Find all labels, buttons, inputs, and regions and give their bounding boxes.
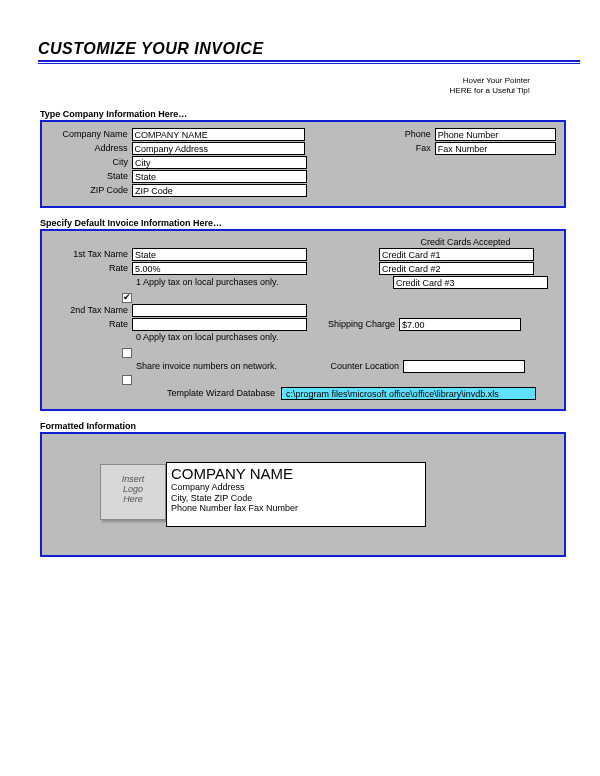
label-address: Address xyxy=(50,143,132,153)
tax2-note: 0 Apply tax on local purchases only. xyxy=(136,332,278,342)
company-card: COMPANY NAME Company Address City, State… xyxy=(166,462,426,527)
label-fax: Fax xyxy=(385,143,435,153)
db-checkbox[interactable] xyxy=(122,375,132,385)
sec2-heading: Specify Default Invoice Information Here… xyxy=(40,218,590,228)
sec3-heading: Formatted Information xyxy=(40,421,590,431)
sec1-heading: Type Company Information Here… xyxy=(40,109,590,119)
logo-text: InsertLogoHere xyxy=(122,474,145,504)
shipping-field[interactable]: $7.00 xyxy=(399,318,521,331)
card-addr: Company Address xyxy=(171,482,421,493)
label-counter: Counter Location xyxy=(311,361,403,371)
counter-field[interactable] xyxy=(403,360,525,373)
label-tax1-name: 1st Tax Name xyxy=(50,249,132,259)
tax2-rate-field[interactable] xyxy=(132,318,307,331)
label-db: Template Wizard Database xyxy=(136,388,281,398)
share-checkbox[interactable] xyxy=(122,348,132,358)
tax2-name-field[interactable] xyxy=(132,304,307,317)
label-shipping: Shipping Charge xyxy=(319,319,399,329)
tax1-rate-field[interactable]: 5.00% xyxy=(132,262,307,275)
state-field[interactable]: State xyxy=(132,170,307,183)
logo-placeholder[interactable]: InsertLogoHere xyxy=(100,464,166,520)
page-title: CUSTOMIZE YOUR INVOICE xyxy=(38,40,590,58)
card-phoneline: Phone Number fax Fax Number xyxy=(171,503,421,514)
zip-field[interactable]: ZIP Code xyxy=(132,184,307,197)
label-share: Share invoice numbers on network. xyxy=(136,361,311,371)
label-company-name: Company Name xyxy=(50,129,132,139)
label-tax1-rate: Rate xyxy=(50,263,132,273)
label-state: State xyxy=(50,171,132,181)
label-tax2-rate: Rate xyxy=(50,319,132,329)
hint-l2: HERE for a Useful Tip! xyxy=(450,86,530,95)
cc-heading: Credit Cards Accepted xyxy=(388,237,543,247)
fax-field[interactable]: Fax Number xyxy=(435,142,556,155)
title-rule xyxy=(38,60,580,64)
cc3-field[interactable]: Credit Card #3 xyxy=(393,276,548,289)
label-phone: Phone xyxy=(385,129,435,139)
company-name-field[interactable]: COMPANY NAME xyxy=(132,128,306,141)
address-field[interactable]: Company Address xyxy=(132,142,306,155)
card-name: COMPANY NAME xyxy=(171,465,421,482)
city-field[interactable]: City xyxy=(132,156,307,169)
label-tax2-name: 2nd Tax Name xyxy=(50,305,132,315)
cc1-field[interactable]: Credit Card #1 xyxy=(379,248,534,261)
company-info-panel: Company Name COMPANY NAME Phone Phone Nu… xyxy=(40,120,566,208)
db-path-field[interactable]: c:\program files\microsoft office\office… xyxy=(281,387,536,400)
hint-l1: Hover Your Pointer xyxy=(463,76,530,85)
tax2-checkbox[interactable] xyxy=(122,293,132,303)
hover-tip: Hover Your Pointer HERE for a Useful Tip… xyxy=(10,76,530,97)
label-zip: ZIP Code xyxy=(50,185,132,195)
cc2-field[interactable]: Credit Card #2 xyxy=(379,262,534,275)
invoice-defaults-panel: Credit Cards Accepted 1st Tax Name State… xyxy=(40,229,566,411)
formatted-panel: InsertLogoHere COMPANY NAME Company Addr… xyxy=(40,432,566,557)
tax1-name-field[interactable]: State xyxy=(132,248,307,261)
label-city: City xyxy=(50,157,132,167)
tax1-note: 1 Apply tax on local purchases only. xyxy=(136,277,278,287)
phone-field[interactable]: Phone Number xyxy=(435,128,556,141)
card-cityline: City, State ZIP Code xyxy=(171,493,421,504)
